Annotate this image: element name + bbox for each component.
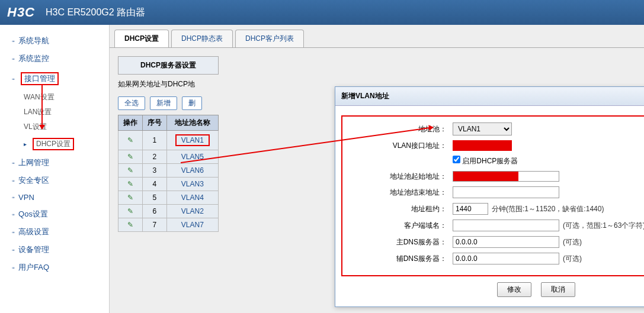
add-button[interactable]: 新增 bbox=[150, 96, 177, 110]
edit-icon[interactable]: ✎ bbox=[127, 153, 133, 161]
edit-icon[interactable]: ✎ bbox=[127, 193, 133, 202]
label-pool: 地址池： bbox=[352, 124, 453, 134]
label-dns2: 辅DNS服务器： bbox=[352, 254, 453, 264]
tab-dhcp-static[interactable]: DHCP静态表 bbox=[171, 30, 233, 47]
hint-dns1: (可选) bbox=[563, 238, 582, 246]
table-row[interactable]: ✎7VLAN7 bbox=[118, 218, 219, 232]
hint-dns2: (可选) bbox=[563, 254, 582, 263]
edit-icon[interactable]: ✎ bbox=[127, 221, 133, 229]
label-domain: 客户端域名： bbox=[352, 221, 453, 231]
nav-system-monitor[interactable]: ◦◦系统监控 bbox=[0, 50, 109, 67]
dialog-new-vlan: 新增VLAN地址 ✕ 地址池： VLAN1 VLAN接口地址： 启用DHCP服 bbox=[335, 86, 644, 307]
edit-icon[interactable]: ✎ bbox=[127, 207, 133, 215]
col-name: 地址池名称 bbox=[166, 115, 218, 131]
end-input[interactable] bbox=[453, 186, 559, 198]
nav-system-guide[interactable]: ◦◦系统导航 bbox=[0, 32, 109, 50]
dns1-input[interactable] bbox=[453, 236, 559, 248]
app-header: H3C H3C ER5200G2 路由器 bbox=[0, 0, 644, 25]
lease-input[interactable] bbox=[453, 203, 488, 215]
select-all-button[interactable]: 全选 bbox=[118, 96, 145, 110]
edit-icon[interactable]: ✎ bbox=[127, 180, 133, 188]
label-start: 地址池起始地址： bbox=[352, 172, 453, 182]
domain-input[interactable] bbox=[453, 220, 559, 231]
pool-select[interactable]: VLAN1 bbox=[453, 122, 512, 135]
table-row[interactable]: ✎3VLAN6 bbox=[118, 164, 219, 178]
logo: H3C bbox=[7, 5, 35, 20]
table-row[interactable]: ✎6VLAN2 bbox=[118, 205, 219, 218]
nav-sub-wan[interactable]: WAN设置 bbox=[0, 90, 109, 105]
nav-interface-mgmt[interactable]: ◦◦接口管理 bbox=[0, 67, 109, 90]
annotation-arrow-icon bbox=[41, 85, 43, 129]
redacted-block bbox=[453, 140, 512, 151]
tab-bar: DHCP设置 DHCP静态表 DHCP客户列表 bbox=[110, 25, 644, 48]
redacted-block bbox=[453, 172, 518, 181]
table-row[interactable]: ✎1VLAN1 bbox=[118, 131, 219, 150]
nav-sub-lan[interactable]: LAN设置 bbox=[0, 105, 109, 120]
nav-device[interactable]: ◦◦设备管理 bbox=[0, 241, 109, 259]
delete-button[interactable]: 删 bbox=[182, 96, 202, 110]
label-dns1: 主DNS服务器： bbox=[352, 237, 453, 247]
sidebar: ◦◦系统导航 ◦◦系统监控 ◦◦接口管理 WAN设置 LAN设置 VL设置 ▸D… bbox=[0, 25, 110, 313]
chevron-right-icon: ▸ bbox=[24, 141, 27, 147]
nav-vpn[interactable]: ◦◦VPN bbox=[0, 189, 109, 205]
table-row[interactable]: ✎5VLAN4 bbox=[118, 191, 219, 205]
cancel-button[interactable]: 取消 bbox=[541, 282, 575, 297]
modify-button[interactable]: 修改 bbox=[497, 282, 531, 297]
nav-sub-vl[interactable]: VL设置 bbox=[0, 120, 109, 134]
edit-icon[interactable]: ✎ bbox=[127, 136, 133, 144]
enable-dhcp-checkbox[interactable]: 启用DHCP服务器 bbox=[453, 157, 518, 165]
nav-internet[interactable]: ◦◦上网管理 bbox=[0, 154, 109, 172]
table-row[interactable]: ✎4VLAN3 bbox=[118, 178, 219, 191]
label-end: 地址池结束地址： bbox=[352, 188, 453, 198]
edit-icon[interactable]: ✎ bbox=[127, 166, 133, 175]
nav-sub-dhcp[interactable]: ▸DHCP设置 bbox=[0, 134, 109, 154]
tab-dhcp-clients[interactable]: DHCP客户列表 bbox=[235, 30, 304, 47]
section-title: DHCP服务器设置 bbox=[118, 56, 219, 75]
table-row[interactable]: ✎2VLAN5 bbox=[118, 150, 219, 164]
hint-lease: 分钟(范围:1～11520，缺省值:1440) bbox=[492, 205, 604, 213]
section-note: 如果网关地址与DHCP地 bbox=[118, 75, 219, 94]
nav-security[interactable]: ◦◦安全专区 bbox=[0, 172, 109, 189]
dialog-title-text: 新增VLAN地址 bbox=[341, 91, 389, 101]
label-lease: 地址租约： bbox=[352, 204, 453, 214]
label-vlan-ip: VLAN接口地址： bbox=[352, 141, 453, 151]
header-title: H3C ER5200G2 路由器 bbox=[46, 7, 145, 19]
col-op: 操作 bbox=[118, 115, 143, 131]
tab-dhcp-settings[interactable]: DHCP设置 bbox=[114, 30, 169, 47]
nav-qos[interactable]: ◦◦Qos设置 bbox=[0, 205, 109, 223]
nav-faq[interactable]: ◦◦用户FAQ bbox=[0, 259, 109, 276]
nav-advanced[interactable]: ◦◦高级设置 bbox=[0, 223, 109, 241]
hint-domain: (可选，范围:1～63个字符) bbox=[563, 221, 644, 230]
pool-table: 操作 序号 地址池名称 ✎1VLAN1 ✎2VLAN5 ✎3VLAN6 ✎4VL… bbox=[118, 115, 219, 232]
col-seq: 序号 bbox=[142, 115, 166, 131]
dns2-input[interactable] bbox=[453, 253, 559, 264]
